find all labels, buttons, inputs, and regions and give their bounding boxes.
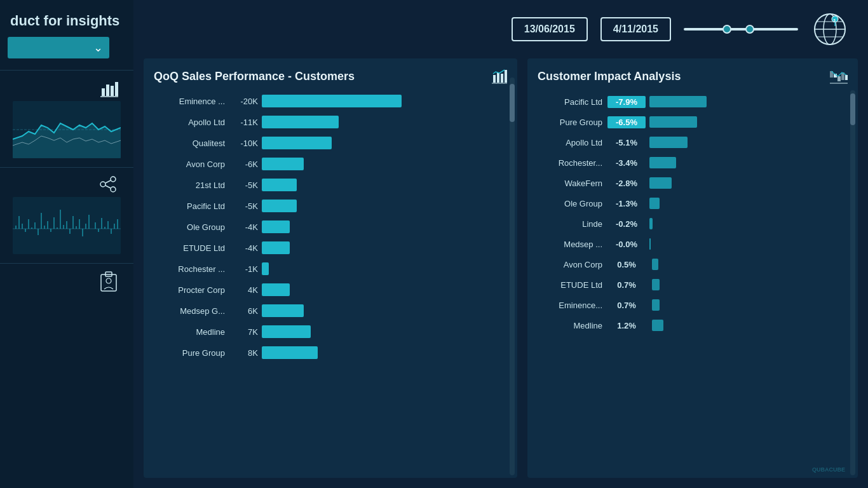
impact-bar-fill: [649, 218, 653, 229]
slider-track[interactable]: [684, 28, 798, 30]
bar-label: Qualitest: [154, 139, 230, 148]
bar-area: [262, 304, 507, 317]
svg-line-11: [105, 180, 111, 183]
slider-handle-left[interactable]: [722, 25, 731, 34]
impact-scroll-thumb[interactable]: [850, 93, 855, 125]
table-row: Pacific Ltd-5K: [154, 198, 507, 214]
bar-area: [262, 179, 507, 191]
sidebar-dropdown[interactable]: ⌄: [8, 37, 109, 58]
date-end[interactable]: 4/11/2015: [600, 17, 671, 41]
svg-line-12: [105, 186, 111, 188]
svg-point-8: [100, 182, 105, 187]
impact-label: Avon Corp: [538, 260, 607, 269]
list-item: ETUDE Ltd0.7%: [538, 276, 848, 294]
table-row: Avon Corp-6K: [154, 156, 507, 172]
waterfall-icon: [830, 69, 848, 84]
bar-fill: [262, 304, 304, 317]
impact-value: -7.9%: [607, 96, 646, 108]
impact-label: Pure Group: [538, 118, 607, 127]
bar-label: Avon Corp: [154, 159, 230, 169]
impact-bar-fill: [652, 320, 663, 331]
svg-rect-62: [501, 74, 503, 83]
bar-area: [262, 95, 507, 107]
bar-value: -5K: [230, 180, 262, 190]
top-header: 13/06/2015 4/11/2015 $: [133, 0, 868, 58]
bar-value: -4K: [230, 222, 262, 232]
impact-bar-fill: [649, 96, 707, 107]
impact-label: Medsep ...: [538, 240, 607, 249]
svg-rect-69: [845, 75, 848, 80]
table-row: ETUDE Ltd-4K: [154, 240, 507, 256]
bar-label: Pure Group: [154, 348, 230, 358]
impact-value: 0.7%: [607, 299, 646, 311]
date-range-slider[interactable]: [684, 28, 798, 30]
bar-area: [262, 325, 507, 338]
impact-value: 0.7%: [607, 279, 646, 291]
impact-value: -3.4%: [607, 157, 646, 169]
qoq-bar-chart: Eminence ...-20KApollo Ltd-11KQualitest-…: [154, 93, 507, 468]
list-item: Ole Group-1.3%: [538, 194, 848, 212]
chevron-down-icon: ⌄: [93, 41, 103, 55]
table-row: Qualitest-10K: [154, 135, 507, 151]
svg-rect-67: [837, 76, 841, 81]
bar-value: 6K: [230, 306, 262, 316]
qoq-panel-title: QoQ Sales Performance - Customers: [154, 70, 355, 83]
sidebar-title: duct for insights: [0, 6, 133, 32]
date-start[interactable]: 13/06/2015: [512, 17, 588, 41]
list-item: Pacific Ltd-7.9%: [538, 93, 848, 111]
sidebar-spike-chart: [13, 197, 121, 254]
table-row: Pure Group8K: [154, 344, 507, 361]
table-row: Medsep G...6K: [154, 302, 507, 319]
bar-fill: [262, 241, 290, 254]
sidebar: duct for insights ⌄: [0, 0, 133, 488]
impact-value: -6.5%: [607, 116, 646, 128]
impact-scrollbar[interactable]: [850, 90, 855, 475]
list-item: Apollo Ltd-5.1%: [538, 133, 848, 151]
bar-fill: [262, 179, 297, 191]
bar-label: Eminence ...: [154, 97, 230, 106]
list-item: Pure Group-6.5%: [538, 113, 848, 131]
bar-label: Rochester ...: [154, 264, 230, 274]
qoq-panel: QoQ Sales Performance - Customers Eminen…: [144, 58, 517, 478]
svg-point-10: [111, 187, 116, 192]
sidebar-section-network: [0, 167, 133, 259]
table-row: 21st Ltd-5K: [154, 177, 507, 193]
impact-value: 0.5%: [607, 259, 646, 271]
globe-icon: $: [811, 10, 849, 48]
impact-value: -0.0%: [607, 238, 646, 250]
svg-rect-49: [101, 274, 116, 291]
bar-fill: [262, 346, 318, 359]
impact-bar-fill: [649, 177, 672, 189]
bar-value: -1K: [230, 264, 262, 274]
qoq-scroll-thumb[interactable]: [510, 84, 515, 122]
bar-fill: [262, 325, 311, 338]
bar-fill: [262, 220, 290, 233]
bar-chart-icon: [100, 79, 118, 97]
bar-value: -11K: [230, 118, 262, 127]
impact-bar-fill: [652, 279, 660, 290]
list-item: Rochester...-3.4%: [538, 154, 848, 172]
clipboard-icon: [99, 271, 118, 292]
slider-handle-right[interactable]: [745, 25, 754, 34]
bar-area: [262, 241, 507, 254]
bar-label: 21st Ltd: [154, 180, 230, 190]
svg-rect-3: [115, 82, 118, 96]
list-item: Linde-0.2%: [538, 215, 848, 233]
sidebar-line-chart: [13, 101, 121, 158]
table-row: Procter Corp4K: [154, 281, 507, 298]
bar-value: 7K: [230, 327, 262, 337]
impact-panel: Customer Impact Analysis Pacific Ltd-7.9…: [527, 58, 858, 478]
table-row: Eminence ...-20K: [154, 93, 507, 109]
bar-label: Ole Group: [154, 222, 230, 232]
list-item: WakeFern-2.8%: [538, 174, 848, 192]
impact-label: Apollo Ltd: [538, 138, 607, 147]
impact-bar-fill: [649, 116, 697, 128]
bar-value: -6K: [230, 159, 262, 169]
impact-label: Ole Group: [538, 199, 607, 208]
impact-bar-fill: [649, 238, 651, 250]
bar-area: [262, 158, 507, 170]
impact-label: Rochester...: [538, 158, 607, 168]
table-row: Medline7K: [154, 323, 507, 340]
impact-bar-fill: [649, 157, 676, 168]
qoq-scrollbar[interactable]: [510, 78, 515, 475]
